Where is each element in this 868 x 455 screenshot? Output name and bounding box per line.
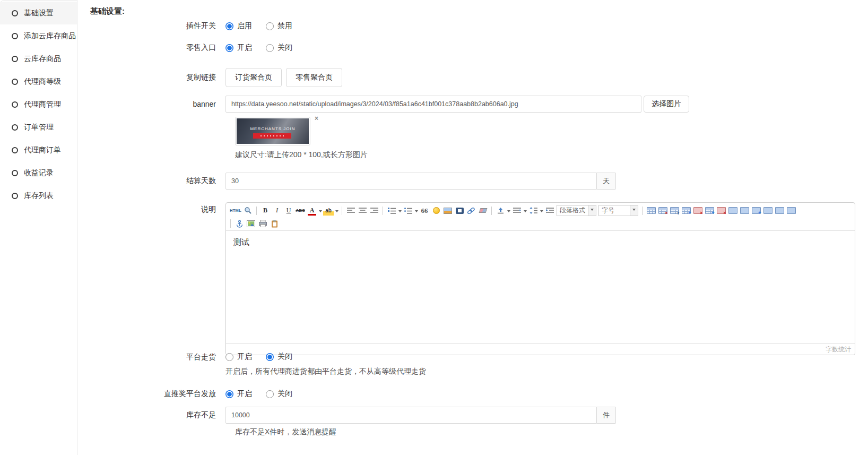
indent-icon[interactable] [544,206,555,216]
remove-image-icon[interactable]: × [315,115,318,122]
font-size-select[interactable]: 字号 [598,205,638,216]
radio-selected-icon[interactable] [225,22,233,30]
insert-image-icon[interactable] [442,206,453,216]
cell-properties-icon[interactable] [727,206,738,216]
sidebar-item-agent-levels[interactable]: 代理商等级 [0,70,77,93]
paragraph-format-arrow[interactable] [588,205,596,216]
plugin-switch-label: 插件开关 [90,21,225,31]
retail-entry-off-radio[interactable]: 关闭 [266,43,292,53]
table-header-icon[interactable] [669,206,680,216]
print-icon[interactable] [257,219,268,228]
radio-label: 启用 [237,21,252,31]
merge-cells-icon[interactable] [762,206,773,216]
italic-icon[interactable]: I [272,206,282,216]
sidebar-item-label: 云库存商品 [24,54,61,64]
sidebar-item-stock-list[interactable]: 库存列表 [0,184,77,207]
banner-label: banner [90,100,225,108]
merge-cell-down-icon[interactable] [751,206,761,216]
sidebar-item-basic-settings[interactable]: 基础设置 [0,2,77,24]
direct-reward-off-radio[interactable]: 关闭 [266,389,292,399]
align-right-icon[interactable] [369,206,379,216]
circle-icon [12,10,18,16]
ordered-list-icon[interactable] [386,206,397,216]
radio-unselected-icon[interactable] [225,353,233,361]
retail-aggregate-page-button[interactable]: 零售聚合页 [286,68,342,87]
vertical-align-dropdown-icon[interactable] [507,210,510,214]
radio-label: 开启 [237,352,252,362]
insert-table-icon[interactable] [646,206,656,216]
radio-selected-icon[interactable] [225,44,233,52]
sidebar-item-agent-management[interactable]: 代理商管理 [0,93,77,116]
bold-icon[interactable]: B [260,206,271,216]
radio-selected-icon[interactable] [266,353,274,361]
insert-row-icon[interactable] [681,206,691,216]
platform-ship-on-radio[interactable]: 开启 [225,352,252,362]
split-column-icon[interactable] [786,206,796,216]
sidebar-item-order-management[interactable]: 订单管理 [0,116,77,139]
unordered-list-icon[interactable] [403,206,413,216]
toolbar-separator [491,207,492,215]
plugin-switch-disable-radio[interactable]: 禁用 [266,21,292,31]
editor-content-area[interactable]: 测试 [226,231,855,344]
image-map-icon[interactable] [246,219,256,228]
retail-entry-label: 零售入口 [90,43,225,53]
align-center-icon[interactable] [357,206,368,216]
paragraph-format-value: 段落格式 [557,205,588,216]
banner-url-input[interactable] [225,96,641,113]
delete-row-icon[interactable] [692,206,703,216]
emoticon-icon[interactable] [431,206,441,216]
paste-icon[interactable] [269,219,280,228]
radio-selected-icon[interactable] [225,390,233,398]
font-color-dropdown-icon[interactable] [319,210,322,214]
line-height-dropdown-icon[interactable] [540,210,543,214]
insert-media-icon[interactable] [454,206,465,216]
delete-table-icon[interactable] [657,206,668,216]
word-count-label[interactable]: 字数统计 [826,345,851,354]
blockquote-icon[interactable]: 66 [419,206,430,216]
align-menu-icon[interactable] [511,206,522,216]
insert-link-icon[interactable] [466,206,476,216]
direct-reward-on-radio[interactable]: 开启 [225,389,252,399]
sidebar-item-label: 代理商订单 [24,145,61,155]
plugin-switch-enable-radio[interactable]: 启用 [225,21,252,31]
radio-unselected-icon[interactable] [266,22,274,30]
insert-column-icon[interactable] [704,206,715,216]
sidebar-item-income-records[interactable]: 收益记录 [0,161,77,184]
preview-icon[interactable] [242,206,253,216]
retail-entry-on-radio[interactable]: 开启 [225,43,252,53]
align-menu-dropdown-icon[interactable] [524,210,527,214]
line-height-icon[interactable] [528,206,539,216]
font-size-arrow[interactable] [630,205,638,216]
thumbnail-red-ribbon [253,133,291,139]
ordered-list-dropdown-icon[interactable] [398,210,402,214]
merge-cell-right-icon[interactable] [739,206,750,216]
align-left-icon[interactable] [345,206,356,216]
platform-ship-off-radio[interactable]: 关闭 [266,352,292,362]
description-label: 说明 [90,202,225,216]
low-stock-input[interactable] [225,407,597,424]
sidebar-item-add-cloud-stock-product[interactable]: 添加云库存商品 [0,24,77,47]
vertical-align-icon[interactable] [495,206,506,216]
editor-toolbar-row2 [226,218,855,231]
source-code-icon[interactable]: HTML [230,206,241,216]
font-color-icon[interactable]: A [307,206,317,216]
unordered-list-dropdown-icon[interactable] [415,210,418,214]
toolbar-separator [642,207,643,215]
strikethrough-icon[interactable]: ABC [295,206,306,216]
delete-column-icon[interactable] [716,206,726,216]
sidebar-item-cloud-stock-products[interactable]: 云库存商品 [0,47,77,70]
split-row-icon[interactable] [774,206,785,216]
paragraph-format-select[interactable]: 段落格式 [557,205,596,216]
highlight-dropdown-icon[interactable] [335,210,338,214]
settle-days-input[interactable] [225,173,597,190]
highlight-color-icon[interactable]: ab [323,206,334,216]
remove-format-icon[interactable] [478,206,488,216]
radio-unselected-icon[interactable] [266,44,274,52]
choose-image-button[interactable]: 选择图片 [644,96,689,113]
sidebar-item-agent-orders[interactable]: 代理商订单 [0,139,77,161]
low-stock-hint: 库存不足X件时，发送消息提醒 [235,427,336,437]
underline-icon[interactable]: U [283,206,294,216]
order-aggregate-page-button[interactable]: 订货聚合页 [225,68,282,87]
radio-unselected-icon[interactable] [266,390,274,398]
anchor-icon[interactable] [234,219,245,228]
